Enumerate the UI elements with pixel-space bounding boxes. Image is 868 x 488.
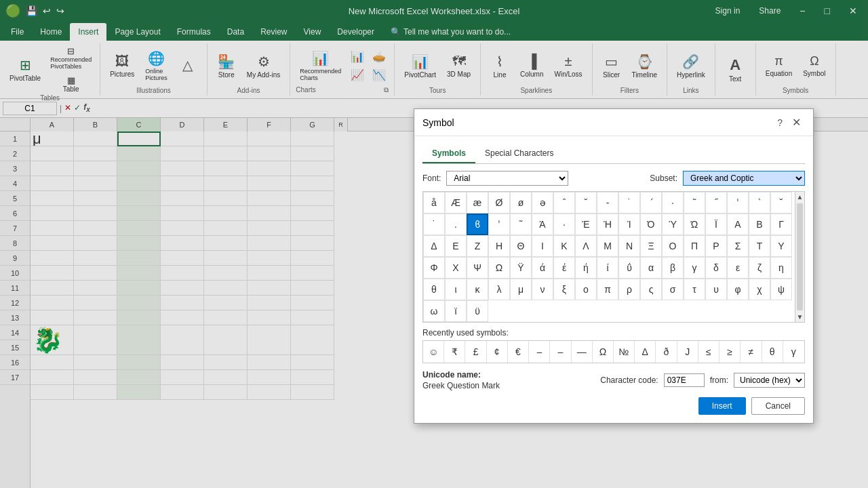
symbol-cell[interactable]: Χ: [445, 257, 467, 279]
symbol-cell[interactable]: ϋ: [467, 300, 488, 322]
recently-used-symbol-cell[interactable]: —: [572, 341, 593, 363]
symbol-cell[interactable]: Ά: [532, 214, 553, 235]
recently-used-symbol-cell[interactable]: θ: [762, 341, 783, 363]
symbol-cell[interactable]: ς: [640, 279, 662, 300]
symbol-cell[interactable]: Σ: [727, 235, 749, 257]
symbol-cell[interactable]: υ: [705, 279, 727, 300]
symbol-cell[interactable]: ‐: [597, 192, 618, 214]
recently-used-symbol-cell[interactable]: ‒: [529, 341, 550, 363]
cancel-button[interactable]: Cancel: [751, 397, 805, 415]
symbol-cell[interactable]: ˜: [510, 214, 532, 235]
dialog-tab-symbols[interactable]: Symbols: [422, 144, 475, 163]
dialog-help-button[interactable]: ?: [777, 117, 783, 128]
symbol-cell[interactable]: ˘: [770, 192, 792, 214]
symbol-cell[interactable]: π: [597, 279, 618, 300]
recently-used-symbol-cell[interactable]: Δ: [635, 341, 656, 363]
symbol-cell[interactable]: Ό: [640, 214, 662, 235]
symbol-cell[interactable]: σ: [662, 279, 684, 300]
recently-used-symbol-cell[interactable]: €: [508, 341, 529, 363]
symbol-cell[interactable]: ˈ: [488, 214, 510, 235]
symbol-cell[interactable]: ·: [662, 192, 684, 214]
symbol-cell[interactable]: Ί: [618, 214, 640, 235]
symbol-cell[interactable]: ή: [575, 257, 597, 279]
symbol-cell[interactable]: ϐ: [467, 214, 488, 235]
symbol-cell[interactable]: ˙: [618, 192, 640, 214]
symbol-cell[interactable]: Ν: [618, 235, 640, 257]
symbol-cell[interactable]: ˜: [684, 192, 705, 214]
symbol-cell[interactable]: Π: [684, 235, 705, 257]
symbol-cell[interactable]: Λ: [575, 235, 597, 257]
symbol-cell[interactable]: κ: [467, 279, 488, 300]
symbol-cell[interactable]: φ: [727, 279, 749, 300]
symbol-cell[interactable]: μ: [510, 279, 532, 300]
symbol-cell[interactable]: Ξ: [640, 235, 662, 257]
symbol-cell[interactable]: Ψ: [467, 257, 488, 279]
symbol-cell[interactable]: Ρ: [705, 235, 727, 257]
recently-used-symbol-cell[interactable]: №: [614, 341, 635, 363]
symbol-cell[interactable]: Μ: [597, 235, 618, 257]
symbol-cell[interactable]: Ύ: [662, 214, 684, 235]
symbol-cell[interactable]: Γ: [770, 214, 792, 235]
symbol-cell[interactable]: Φ: [423, 257, 445, 279]
recently-used-symbol-cell[interactable]: γ: [783, 341, 804, 363]
insert-button[interactable]: Insert: [698, 397, 746, 415]
symbol-cell[interactable]: Β: [749, 214, 770, 235]
recently-used-symbol-cell[interactable]: £: [465, 341, 486, 363]
symbol-cell[interactable]: γ: [684, 257, 705, 279]
symbol-cell[interactable]: τ: [684, 279, 705, 300]
symbol-cell[interactable]: Ø: [488, 192, 510, 214]
symbol-cell[interactable]: θ: [423, 279, 445, 300]
symbol-cell[interactable]: ί: [597, 257, 618, 279]
recently-used-symbol-cell[interactable]: ≠: [741, 341, 762, 363]
symbol-cell[interactable]: έ: [553, 257, 575, 279]
symbol-cell[interactable]: ά: [532, 257, 553, 279]
symbol-cell[interactable]: Η: [488, 235, 510, 257]
symbol-cell[interactable]: Ζ: [467, 235, 488, 257]
symbol-cell[interactable]: ρ: [618, 279, 640, 300]
symbol-cell[interactable]: ˙: [423, 214, 445, 235]
scroll-down-arrow[interactable]: ▼: [795, 312, 804, 322]
symbol-cell[interactable]: Ϊ: [705, 214, 727, 235]
symbol-cell[interactable]: ω: [423, 300, 445, 322]
symbol-cell[interactable]: ϊ: [445, 300, 467, 322]
font-select[interactable]: Arial: [446, 171, 568, 186]
symbol-cell[interactable]: Υ: [770, 235, 792, 257]
symbol-cell[interactable]: Κ: [553, 235, 575, 257]
symbol-cell[interactable]: Ώ: [684, 214, 705, 235]
symbol-cell[interactable]: Ο: [662, 235, 684, 257]
recently-used-symbol-cell[interactable]: ₹: [444, 341, 465, 363]
symbol-cell[interactable]: Ή: [597, 214, 618, 235]
symbol-cell[interactable]: å: [423, 192, 445, 214]
symbol-cell[interactable]: Æ: [445, 192, 467, 214]
symbol-cell[interactable]: λ: [488, 279, 510, 300]
subset-select[interactable]: Greek and Coptic: [683, 171, 805, 186]
symbol-cell[interactable]: ˝: [705, 192, 727, 214]
symbol-cell[interactable]: ə: [532, 192, 553, 214]
symbol-cell[interactable]: ν: [532, 279, 553, 300]
recently-used-symbol-cell[interactable]: ≤: [698, 341, 719, 363]
symbol-cell[interactable]: æ: [467, 192, 488, 214]
symbol-scrollbar[interactable]: ▲ ▼: [795, 192, 804, 322]
dialog-close-button[interactable]: ✕: [788, 115, 805, 130]
symbol-cell[interactable]: δ: [705, 257, 727, 279]
recently-used-symbol-cell[interactable]: ð: [656, 341, 677, 363]
symbol-cell[interactable]: β: [662, 257, 684, 279]
symbol-cell[interactable]: Ι: [532, 235, 553, 257]
symbol-cell[interactable]: ψ: [770, 279, 792, 300]
symbol-cell[interactable]: ˈ: [727, 192, 749, 214]
symbol-cell[interactable]: Έ: [575, 214, 597, 235]
symbol-cell[interactable]: ·: [553, 214, 575, 235]
symbol-cell[interactable]: ˋ: [749, 192, 770, 214]
symbol-cell[interactable]: ˊ: [640, 192, 662, 214]
char-code-input[interactable]: 037E: [664, 373, 705, 387]
symbol-cell[interactable]: α: [640, 257, 662, 279]
symbol-cell[interactable]: ο: [575, 279, 597, 300]
symbol-cell[interactable]: Ω: [488, 257, 510, 279]
recently-used-symbol-cell[interactable]: ≥: [719, 341, 741, 363]
scroll-thumb[interactable]: [797, 203, 803, 310]
symbol-cell[interactable]: Δ: [423, 235, 445, 257]
symbol-cell[interactable]: ΰ: [618, 257, 640, 279]
symbol-cell[interactable]: ι: [445, 279, 467, 300]
recently-used-symbol-cell[interactable]: ¢: [487, 341, 508, 363]
recently-used-symbol-cell[interactable]: ☺: [423, 341, 444, 363]
